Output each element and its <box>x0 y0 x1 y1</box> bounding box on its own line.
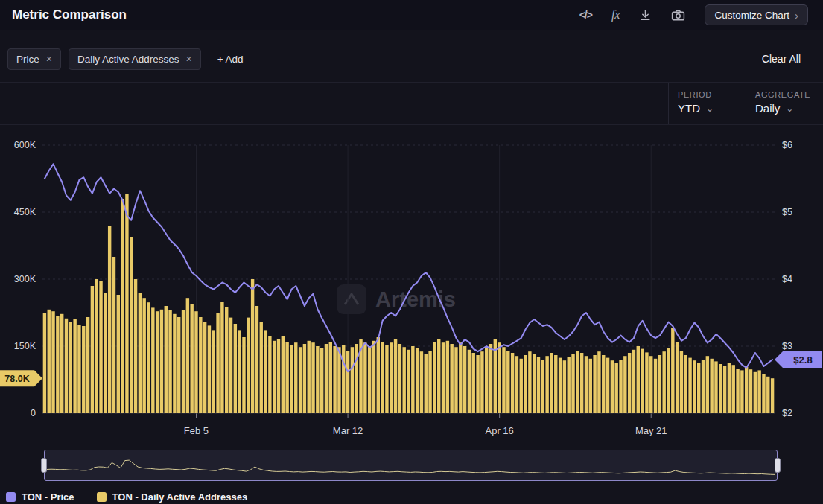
price-swatch <box>6 492 16 502</box>
customize-chart-button[interactable]: Customize Chart › <box>705 4 808 25</box>
comparison-chart[interactable]: 0$2150K$3300K$4450K$5600K$6Feb 5Mar 12Ap… <box>0 138 823 444</box>
chevron-right-icon: › <box>795 9 798 22</box>
svg-text:300K: 300K <box>14 274 36 284</box>
svg-text:$2.8: $2.8 <box>793 354 812 366</box>
svg-text:600K: 600K <box>14 140 36 150</box>
metric-chip-price[interactable]: Price × <box>7 48 61 70</box>
active-addresses-bars <box>43 194 775 413</box>
header-actions: </> fx Customize Chart › <box>579 0 808 30</box>
svg-text:$6: $6 <box>782 140 792 150</box>
svg-text:$3: $3 <box>782 341 792 351</box>
svg-text:150K: 150K <box>14 341 36 351</box>
right-value-tag: $2.8 <box>775 351 822 368</box>
customize-chart-label: Customize Chart <box>714 10 789 21</box>
chip-label: Daily Active Addresses <box>77 54 179 65</box>
embed-code-icon[interactable]: </> <box>579 9 592 21</box>
metric-chips-row: Price × Daily Active Addresses × + Add C… <box>0 46 823 71</box>
chart-legend: TON - Price TON - Daily Active Addresses <box>6 491 247 503</box>
aggregate-label: AGGREGATE <box>755 90 823 99</box>
svg-text:$5: $5 <box>782 207 792 217</box>
legend-label: TON - Price <box>22 491 74 503</box>
aggregate-control[interactable]: AGGREGATE Daily ⌄ <box>746 83 823 124</box>
svg-text:$2: $2 <box>782 408 792 418</box>
svg-text:0: 0 <box>31 408 36 418</box>
metric-chip-daily-active-addresses[interactable]: Daily Active Addresses × <box>69 48 201 70</box>
navigator-series-line <box>47 460 775 474</box>
add-metric-button[interactable]: + Add <box>217 54 244 65</box>
screenshot-icon[interactable] <box>671 9 685 22</box>
chip-label: Price <box>16 54 39 65</box>
clear-all-button[interactable]: Clear All <box>762 53 801 65</box>
formula-icon[interactable]: fx <box>611 8 620 22</box>
period-value: YTD <box>678 102 700 115</box>
aggregate-value: Daily <box>755 102 780 115</box>
period-control[interactable]: PERIOD YTD ⌄ <box>668 83 746 124</box>
legend-item-daily-active-addresses[interactable]: TON - Daily Active Addresses <box>97 491 248 503</box>
svg-text:78.0K: 78.0K <box>4 374 29 384</box>
legend-label: TON - Daily Active Addresses <box>112 491 248 503</box>
daily-active-addresses-swatch <box>97 492 107 502</box>
svg-text:Feb 5: Feb 5 <box>184 425 209 436</box>
chevron-down-icon: ⌄ <box>706 103 714 114</box>
legend-item-price[interactable]: TON - Price <box>6 491 74 503</box>
navigator-left-handle[interactable] <box>41 458 47 473</box>
page-title: Metric Comparison <box>12 0 127 30</box>
chart-controls-row: PERIOD YTD ⌄ AGGREGATE Daily ⌄ <box>0 82 823 125</box>
svg-text:Apr 16: Apr 16 <box>485 425 513 436</box>
app-root: Metric Comparison </> fx Customize Chart… <box>0 0 823 504</box>
download-icon[interactable] <box>639 9 652 22</box>
navigator-minimap <box>45 450 777 480</box>
svg-text:$4: $4 <box>782 274 792 284</box>
svg-text:May 21: May 21 <box>635 425 667 436</box>
svg-text:Mar 12: Mar 12 <box>333 425 363 436</box>
remove-metric-icon[interactable]: × <box>46 53 52 65</box>
left-value-tag: 78.0K <box>0 370 42 386</box>
period-label: PERIOD <box>678 90 746 99</box>
time-range-navigator[interactable] <box>44 450 778 481</box>
header: Metric Comparison </> fx Customize Chart… <box>0 0 823 30</box>
chevron-down-icon: ⌄ <box>786 103 793 114</box>
svg-text:450K: 450K <box>14 207 36 217</box>
remove-metric-icon[interactable]: × <box>186 53 192 65</box>
navigator-right-handle[interactable] <box>775 458 781 473</box>
